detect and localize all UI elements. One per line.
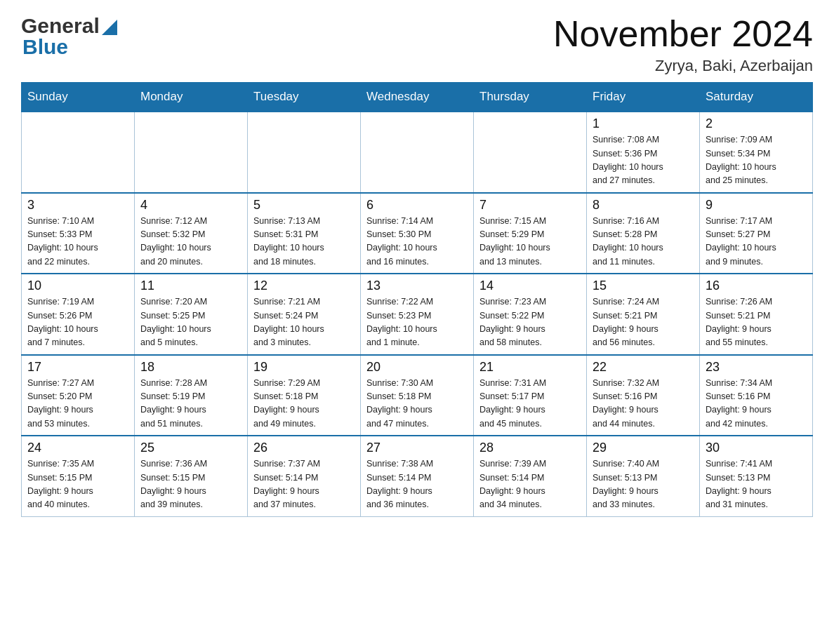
day-info: Sunrise: 7:20 AMSunset: 5:25 PMDaylight:… bbox=[140, 295, 241, 350]
calendar-cell: 13Sunrise: 7:22 AMSunset: 5:23 PMDayligh… bbox=[361, 274, 474, 355]
calendar-cell: 21Sunrise: 7:31 AMSunset: 5:17 PMDayligh… bbox=[474, 355, 587, 436]
day-number: 4 bbox=[140, 198, 241, 213]
calendar-cell bbox=[135, 112, 248, 193]
calendar-cell bbox=[22, 112, 135, 193]
day-number: 11 bbox=[140, 279, 241, 293]
week-row-1: 1Sunrise: 7:08 AMSunset: 5:36 PMDaylight… bbox=[22, 112, 813, 193]
day-number: 24 bbox=[27, 441, 128, 455]
calendar-cell: 9Sunrise: 7:17 AMSunset: 5:27 PMDaylight… bbox=[700, 193, 813, 274]
day-info: Sunrise: 7:32 AMSunset: 5:16 PMDaylight:… bbox=[593, 377, 694, 431]
calendar-table: SundayMondayTuesdayWednesdayThursdayFrid… bbox=[21, 82, 813, 517]
calendar-cell bbox=[248, 112, 361, 193]
weekday-header-thursday: Thursday bbox=[474, 83, 587, 112]
day-number: 15 bbox=[593, 279, 694, 293]
day-number: 21 bbox=[479, 360, 581, 375]
calendar-cell: 25Sunrise: 7:36 AMSunset: 5:15 PMDayligh… bbox=[135, 436, 248, 516]
calendar-title: November 2024 bbox=[553, 14, 813, 54]
day-info: Sunrise: 7:34 AMSunset: 5:16 PMDaylight:… bbox=[706, 377, 807, 431]
day-number: 14 bbox=[479, 279, 581, 293]
calendar-cell: 3Sunrise: 7:10 AMSunset: 5:33 PMDaylight… bbox=[22, 193, 135, 274]
day-number: 28 bbox=[479, 441, 581, 455]
calendar-cell: 23Sunrise: 7:34 AMSunset: 5:16 PMDayligh… bbox=[700, 355, 813, 436]
calendar-cell: 15Sunrise: 7:24 AMSunset: 5:21 PMDayligh… bbox=[587, 274, 700, 355]
day-info: Sunrise: 7:10 AMSunset: 5:33 PMDaylight:… bbox=[27, 215, 128, 269]
day-info: Sunrise: 7:36 AMSunset: 5:15 PMDaylight:… bbox=[140, 457, 241, 512]
day-number: 25 bbox=[140, 441, 241, 455]
day-info: Sunrise: 7:27 AMSunset: 5:20 PMDaylight:… bbox=[27, 377, 128, 431]
day-number: 19 bbox=[253, 360, 355, 375]
day-info: Sunrise: 7:31 AMSunset: 5:17 PMDaylight:… bbox=[479, 377, 581, 431]
day-number: 27 bbox=[366, 441, 468, 455]
day-number: 30 bbox=[706, 441, 807, 455]
day-info: Sunrise: 7:29 AMSunset: 5:18 PMDaylight:… bbox=[253, 377, 355, 431]
week-row-5: 24Sunrise: 7:35 AMSunset: 5:15 PMDayligh… bbox=[22, 436, 813, 516]
day-info: Sunrise: 7:08 AMSunset: 5:36 PMDaylight:… bbox=[593, 133, 694, 188]
calendar-cell: 26Sunrise: 7:37 AMSunset: 5:14 PMDayligh… bbox=[248, 436, 361, 516]
calendar-cell bbox=[361, 112, 474, 193]
calendar-cell: 11Sunrise: 7:20 AMSunset: 5:25 PMDayligh… bbox=[135, 274, 248, 355]
calendar-cell: 2Sunrise: 7:09 AMSunset: 5:34 PMDaylight… bbox=[700, 112, 813, 193]
calendar-cell: 7Sunrise: 7:15 AMSunset: 5:29 PMDaylight… bbox=[474, 193, 587, 274]
calendar-cell: 30Sunrise: 7:41 AMSunset: 5:13 PMDayligh… bbox=[700, 436, 813, 516]
day-number: 17 bbox=[27, 360, 128, 375]
day-info: Sunrise: 7:26 AMSunset: 5:21 PMDaylight:… bbox=[706, 295, 807, 350]
day-info: Sunrise: 7:17 AMSunset: 5:27 PMDaylight:… bbox=[706, 215, 807, 269]
page-header: General Blue November 2024 Zyrya, Baki, … bbox=[21, 14, 813, 75]
calendar-cell: 12Sunrise: 7:21 AMSunset: 5:24 PMDayligh… bbox=[248, 274, 361, 355]
calendar-cell: 28Sunrise: 7:39 AMSunset: 5:14 PMDayligh… bbox=[474, 436, 587, 516]
calendar-cell bbox=[474, 112, 587, 193]
weekday-header-tuesday: Tuesday bbox=[248, 83, 361, 112]
week-row-2: 3Sunrise: 7:10 AMSunset: 5:33 PMDaylight… bbox=[22, 193, 813, 274]
day-info: Sunrise: 7:39 AMSunset: 5:14 PMDaylight:… bbox=[479, 457, 581, 512]
calendar-cell: 20Sunrise: 7:30 AMSunset: 5:18 PMDayligh… bbox=[361, 355, 474, 436]
day-number: 10 bbox=[27, 279, 128, 293]
weekday-header-wednesday: Wednesday bbox=[361, 83, 474, 112]
svg-marker-0 bbox=[102, 20, 117, 35]
calendar-cell: 16Sunrise: 7:26 AMSunset: 5:21 PMDayligh… bbox=[700, 274, 813, 355]
calendar-cell: 19Sunrise: 7:29 AMSunset: 5:18 PMDayligh… bbox=[248, 355, 361, 436]
calendar-cell: 4Sunrise: 7:12 AMSunset: 5:32 PMDaylight… bbox=[135, 193, 248, 274]
day-number: 18 bbox=[140, 360, 241, 375]
day-number: 12 bbox=[253, 279, 355, 293]
day-number: 2 bbox=[706, 116, 807, 131]
week-row-4: 17Sunrise: 7:27 AMSunset: 5:20 PMDayligh… bbox=[22, 355, 813, 436]
calendar-cell: 8Sunrise: 7:16 AMSunset: 5:28 PMDaylight… bbox=[587, 193, 700, 274]
day-number: 9 bbox=[706, 198, 807, 213]
weekday-header-monday: Monday bbox=[135, 83, 248, 112]
day-info: Sunrise: 7:35 AMSunset: 5:15 PMDaylight:… bbox=[27, 457, 128, 512]
day-number: 13 bbox=[366, 279, 468, 293]
day-info: Sunrise: 7:41 AMSunset: 5:13 PMDaylight:… bbox=[706, 457, 807, 512]
day-info: Sunrise: 7:28 AMSunset: 5:19 PMDaylight:… bbox=[140, 377, 241, 431]
weekday-header-friday: Friday bbox=[587, 83, 700, 112]
calendar-cell: 22Sunrise: 7:32 AMSunset: 5:16 PMDayligh… bbox=[587, 355, 700, 436]
logo: General Blue bbox=[21, 14, 117, 59]
logo-triangle-icon bbox=[102, 20, 117, 35]
day-info: Sunrise: 7:21 AMSunset: 5:24 PMDaylight:… bbox=[253, 295, 355, 350]
day-number: 26 bbox=[253, 441, 355, 455]
calendar-cell: 27Sunrise: 7:38 AMSunset: 5:14 PMDayligh… bbox=[361, 436, 474, 516]
location-subtitle: Zyrya, Baki, Azerbaijan bbox=[553, 57, 813, 75]
day-info: Sunrise: 7:15 AMSunset: 5:29 PMDaylight:… bbox=[479, 215, 581, 269]
day-info: Sunrise: 7:14 AMSunset: 5:30 PMDaylight:… bbox=[366, 215, 468, 269]
calendar-title-area: November 2024 Zyrya, Baki, Azerbaijan bbox=[553, 14, 813, 75]
day-number: 1 bbox=[593, 116, 694, 131]
day-info: Sunrise: 7:19 AMSunset: 5:26 PMDaylight:… bbox=[27, 295, 128, 350]
calendar-cell: 24Sunrise: 7:35 AMSunset: 5:15 PMDayligh… bbox=[22, 436, 135, 516]
weekday-header-saturday: Saturday bbox=[700, 83, 813, 112]
day-number: 22 bbox=[593, 360, 694, 375]
week-row-3: 10Sunrise: 7:19 AMSunset: 5:26 PMDayligh… bbox=[22, 274, 813, 355]
day-number: 16 bbox=[706, 279, 807, 293]
day-info: Sunrise: 7:23 AMSunset: 5:22 PMDaylight:… bbox=[479, 295, 581, 350]
day-number: 29 bbox=[593, 441, 694, 455]
day-number: 23 bbox=[706, 360, 807, 375]
day-number: 3 bbox=[27, 198, 128, 213]
day-number: 5 bbox=[253, 198, 355, 213]
day-info: Sunrise: 7:09 AMSunset: 5:34 PMDaylight:… bbox=[706, 133, 807, 188]
day-info: Sunrise: 7:13 AMSunset: 5:31 PMDaylight:… bbox=[253, 215, 355, 269]
day-number: 6 bbox=[366, 198, 468, 213]
day-info: Sunrise: 7:24 AMSunset: 5:21 PMDaylight:… bbox=[593, 295, 694, 350]
day-number: 7 bbox=[479, 198, 581, 213]
weekday-header-row: SundayMondayTuesdayWednesdayThursdayFrid… bbox=[22, 83, 813, 112]
day-number: 8 bbox=[593, 198, 694, 213]
day-info: Sunrise: 7:16 AMSunset: 5:28 PMDaylight:… bbox=[593, 215, 694, 269]
